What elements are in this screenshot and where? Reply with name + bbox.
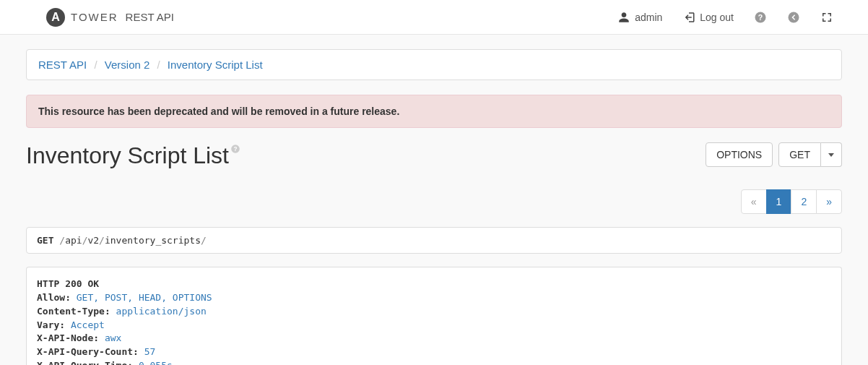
request-method: GET: [37, 235, 53, 246]
response-header-line: Vary: Accept: [37, 319, 831, 332]
help-button[interactable]: ?: [744, 0, 777, 34]
page-title-text: Inventory Script List: [26, 142, 229, 169]
get-button-group: GET: [778, 142, 842, 167]
response-header-key: X-API-Query-Count:: [37, 346, 144, 357]
request-panel: GET /api/v2/inventory_scripts/: [26, 227, 842, 254]
response-header-value: Accept: [71, 319, 105, 330]
response-header-key: X-API-Query-Time:: [37, 360, 139, 365]
topbar: A TOWER REST API admin Log out ?: [0, 0, 868, 35]
brand-tower-text: TOWER: [71, 11, 118, 23]
pagination-next[interactable]: »: [816, 189, 842, 214]
help-icon: ?: [754, 11, 767, 24]
user-label: admin: [635, 12, 662, 23]
response-header-line: Allow: GET, POST, HEAD, OPTIONS: [37, 291, 831, 305]
logout-icon: [682, 11, 695, 24]
pagination-page-1[interactable]: 1: [766, 189, 792, 214]
svg-point-2: [789, 12, 799, 22]
pagination: « 1 2 »: [26, 189, 842, 214]
logout-label: Log out: [700, 12, 734, 23]
main-container: REST API / Version 2 / Inventory Script …: [0, 35, 868, 365]
pagination-page-2[interactable]: 2: [791, 189, 817, 214]
response-header-value: application/json: [116, 306, 207, 317]
response-header-key: Content-Type:: [37, 306, 116, 317]
breadcrumb-sep: /: [90, 59, 101, 71]
options-button[interactable]: OPTIONS: [706, 142, 773, 167]
brand-restapi-text: REST API: [126, 11, 174, 23]
breadcrumb: REST API / Version 2 / Inventory Script …: [26, 49, 842, 80]
breadcrumb-item-restapi[interactable]: REST API: [38, 59, 87, 71]
response-header-value: awx: [105, 332, 121, 343]
help-icon[interactable]: ?: [230, 144, 240, 157]
logout-button[interactable]: Log out: [672, 0, 744, 34]
svg-text:?: ?: [758, 12, 763, 21]
response-header-value: 57: [144, 346, 156, 357]
breadcrumb-item-version[interactable]: Version 2: [105, 59, 150, 71]
brand-badge-icon: A: [46, 8, 65, 27]
response-header-key: Allow:: [37, 292, 77, 303]
get-button[interactable]: GET: [778, 142, 821, 167]
response-header-key: X-API-Node:: [37, 332, 105, 343]
user-icon: [617, 11, 630, 24]
back-arrow-icon: [787, 11, 800, 24]
response-panel: HTTP 200 OK Allow: GET, POST, HEAD, OPTI…: [26, 267, 842, 365]
response-header-key: Vary:: [37, 319, 71, 330]
breadcrumb-sep: /: [153, 59, 165, 71]
expand-icon: [820, 11, 833, 24]
page-title: Inventory Script List ?: [26, 142, 240, 169]
pagination-prev[interactable]: «: [741, 189, 767, 214]
back-button[interactable]: [777, 0, 810, 34]
response-header-value: GET, POST, HEAD, OPTIONS: [77, 292, 212, 303]
svg-text:?: ?: [234, 146, 238, 153]
response-header-line: X-API-Node: awx: [37, 332, 831, 345]
request-path: /api/v2/inventory_scripts/: [59, 235, 207, 246]
response-header-value: 0.055s: [139, 360, 173, 365]
fullscreen-button[interactable]: [810, 0, 868, 34]
chevron-down-icon: [828, 153, 834, 157]
response-status: HTTP 200 OK: [37, 278, 99, 289]
response-header-line: Content-Type: application/json: [37, 305, 831, 319]
page-header: Inventory Script List ? OPTIONS GET: [26, 142, 842, 169]
deprecation-alert: This resource has been deprecated and wi…: [26, 95, 842, 128]
user-menu[interactable]: admin: [607, 0, 672, 34]
response-header-line: X-API-Query-Count: 57: [37, 345, 831, 359]
action-buttons: OPTIONS GET: [706, 142, 842, 167]
breadcrumb-item-current[interactable]: Inventory Script List: [168, 59, 263, 71]
get-dropdown-toggle[interactable]: [821, 142, 842, 167]
brand[interactable]: A TOWER REST API: [46, 8, 174, 27]
response-header-line: X-API-Query-Time: 0.055s: [37, 359, 831, 365]
